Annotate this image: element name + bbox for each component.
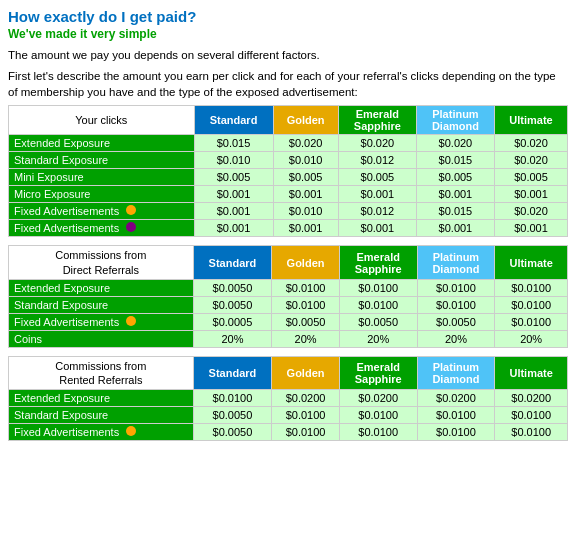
table-row: Standard Exposure $0.0050$0.0100$0.0100$… <box>9 407 568 424</box>
row-label: Standard Exposure <box>9 407 194 424</box>
col-header-standard: Standard <box>194 106 273 135</box>
your-clicks-table: Your clicks Standard Golden EmeraldSapph… <box>8 105 568 237</box>
col-header-standard: Standard <box>193 246 272 280</box>
table-row: Fixed Advertisements $0.001$0.010$0.012$… <box>9 203 568 220</box>
row-label: Extended Exposure <box>9 135 195 152</box>
row-label-fixed-orange: Fixed Advertisements <box>9 313 194 330</box>
row-label: Mini Exposure <box>9 169 195 186</box>
table-row: Standard Exposure $0.0050$0.0100$0.0100$… <box>9 296 568 313</box>
table-row: Extended Exposure $0.015$0.020$0.020$0.0… <box>9 135 568 152</box>
purple-dot-icon <box>126 222 136 232</box>
table2-section-label: Commissions fromDirect Referrals <box>9 246 194 280</box>
table-row: Standard Exposure $0.010$0.010$0.012$0.0… <box>9 152 568 169</box>
table-row: Fixed Advertisements $0.0050$0.0100$0.01… <box>9 424 568 441</box>
rented-referrals-table: Commissions fromRented Referrals Standar… <box>8 356 568 442</box>
table-row: Coins 20%20%20%20%20% <box>9 330 568 347</box>
table-row: Fixed Advertisements $0.0005$0.0050$0.00… <box>9 313 568 330</box>
col-header-standard: Standard <box>193 356 272 390</box>
table-row: Extended Exposure $0.0050$0.0100$0.0100$… <box>9 279 568 296</box>
row-label-coins: Coins <box>9 330 194 347</box>
row-label: Extended Exposure <box>9 279 194 296</box>
page-title: How exactly do I get paid? <box>8 8 568 25</box>
para1: The amount we pay you depends on several… <box>8 47 568 63</box>
col-header-platinum: PlatinumDiamond <box>416 106 494 135</box>
col-header-emerald: EmeraldSapphire <box>339 246 417 280</box>
row-label: Standard Exposure <box>9 296 194 313</box>
row-label: Micro Exposure <box>9 186 195 203</box>
col-header-platinum: PlatinumDiamond <box>417 246 495 280</box>
col-header-ultimate: Ultimate <box>494 106 567 135</box>
col-header-platinum: PlatinumDiamond <box>417 356 495 390</box>
direct-referrals-table: Commissions fromDirect Referrals Standar… <box>8 245 568 348</box>
table1-section-label: Your clicks <box>9 106 195 135</box>
table-row: Mini Exposure $0.005$0.005$0.005$0.005$0… <box>9 169 568 186</box>
col-header-ultimate: Ultimate <box>495 356 568 390</box>
col-header-golden: Golden <box>272 356 340 390</box>
col-header-emerald: EmeraldSapphire <box>338 106 416 135</box>
col-header-ultimate: Ultimate <box>495 246 568 280</box>
orange-dot-icon <box>126 426 136 436</box>
row-label-fixed-orange: Fixed Advertisements <box>9 424 194 441</box>
col-header-emerald: EmeraldSapphire <box>339 356 417 390</box>
table-row: Extended Exposure $0.0100$0.0200$0.0200$… <box>9 390 568 407</box>
orange-dot-icon <box>126 316 136 326</box>
table-row: Micro Exposure $0.001$0.001$0.001$0.001$… <box>9 186 568 203</box>
para2: First let's describe the amount you earn… <box>8 68 568 100</box>
row-label-fixed-purple: Fixed Advertisements <box>9 220 195 237</box>
orange-dot-icon <box>126 205 136 215</box>
row-label: Standard Exposure <box>9 152 195 169</box>
page-subtitle: We've made it very simple <box>8 27 568 41</box>
table3-section-label: Commissions fromRented Referrals <box>9 356 194 390</box>
col-header-golden: Golden <box>272 246 340 280</box>
col-header-golden: Golden <box>273 106 338 135</box>
row-label-fixed-orange: Fixed Advertisements <box>9 203 195 220</box>
table-row: Fixed Advertisements $0.001$0.001$0.001$… <box>9 220 568 237</box>
row-label: Extended Exposure <box>9 390 194 407</box>
